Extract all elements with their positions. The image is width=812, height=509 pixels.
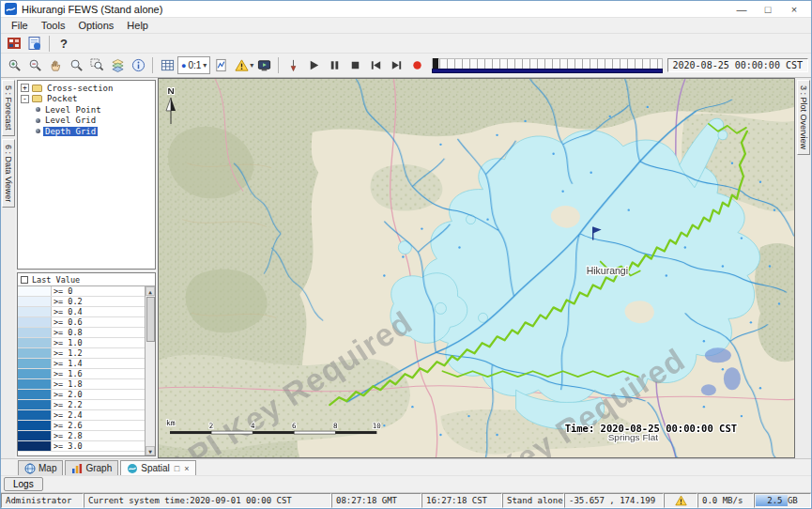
status-bar: Administrator Current system time:2020-0…	[1, 492, 811, 508]
pause-button[interactable]	[324, 56, 345, 75]
menu-options[interactable]: Options	[71, 20, 120, 31]
database-red-button[interactable]	[4, 34, 24, 53]
play-button[interactable]	[303, 56, 324, 75]
logs-row: Logs	[1, 475, 811, 492]
step-back-button[interactable]	[365, 56, 386, 75]
tree-item-pocket[interactable]: -Pocket	[19, 94, 154, 105]
tab-graph[interactable]: Graph	[65, 460, 118, 475]
svg-text:4: 4	[251, 422, 255, 430]
node-dot-icon	[36, 129, 40, 133]
tab-map[interactable]: Map	[18, 460, 63, 475]
toolbar-separator	[278, 57, 279, 73]
scale-combo[interactable]: ● 0:1 ▾	[177, 56, 210, 74]
document-blue-button[interactable]	[24, 34, 45, 53]
legend-swatch	[18, 441, 52, 451]
grid-button[interactable]	[157, 56, 177, 75]
bar-chart-icon	[71, 463, 83, 474]
toolbar-separator	[152, 57, 153, 73]
stop-button[interactable]	[345, 56, 365, 75]
step-forward-button[interactable]	[386, 56, 406, 75]
legend-swatch	[18, 390, 52, 399]
zoom-previous-button[interactable]	[66, 56, 86, 75]
expand-icon[interactable]: +	[21, 84, 29, 92]
legend-label: >= 0.4	[52, 307, 84, 316]
layers-button[interactable]	[107, 56, 128, 75]
tab-forecast[interactable]: 5 : Forecast	[2, 80, 15, 136]
menu-file[interactable]: File	[5, 20, 35, 31]
zoom-region-button[interactable]	[86, 56, 107, 75]
map-time-label: Time: 2020-08-25 00:00:00 CST	[565, 423, 737, 434]
maximize-button[interactable]: □	[755, 4, 781, 15]
logs-button[interactable]: Logs	[4, 477, 43, 491]
tab-spatial[interactable]: Spatial □ ×	[120, 460, 195, 475]
legend-swatch	[18, 431, 52, 440]
minimize-button[interactable]: —	[728, 4, 755, 15]
menu-tools[interactable]: Tools	[35, 20, 72, 31]
status-local-time: 16:27:18 CST	[421, 493, 502, 508]
legend-row: >= 0	[18, 286, 145, 297]
profile-chart-button[interactable]	[210, 56, 231, 75]
collapse-icon[interactable]: -	[21, 95, 29, 103]
window-controls: — □ ×	[728, 4, 807, 15]
scale-combo-value: 0:1	[188, 60, 201, 70]
status-memory-gauge: 2.5 GB	[754, 493, 811, 508]
tree-item-level-grid[interactable]: Level Grid	[19, 116, 154, 127]
legend-row: >= 1.4	[18, 359, 145, 369]
undock-icon[interactable]: □	[175, 464, 179, 473]
timeline-position-marker[interactable]	[433, 58, 438, 69]
current-time-display: 2020-08-25 00:00:00 CST	[667, 58, 808, 72]
warning-threshold-button[interactable]	[231, 56, 252, 75]
right-tab-strip: 3 : Plot Overview	[795, 78, 811, 458]
info-button[interactable]	[128, 56, 148, 75]
tab-close-icon[interactable]: ×	[184, 464, 189, 473]
tab-plot-overview[interactable]: 3 : Plot Overview	[797, 80, 810, 155]
map-svg[interactable]: API Key Required API Key Required Hikura…	[159, 79, 794, 457]
legend-label: >= 2.2	[52, 400, 84, 409]
close-button[interactable]: ×	[781, 4, 807, 15]
legend-scrollbar[interactable]: ▲ ▼	[145, 286, 155, 455]
menu-help[interactable]: Help	[120, 20, 155, 31]
map-canvas[interactable]: API Key Required API Key Required Hikura…	[158, 78, 795, 458]
scroll-up-icon[interactable]: ▲	[146, 286, 155, 296]
timeline-slider[interactable]	[432, 58, 662, 73]
tab-spatial-label: Spatial	[141, 463, 170, 473]
status-warning-cell[interactable]	[664, 493, 697, 508]
tree-item-label: Cross-section	[45, 84, 115, 93]
last-value-checkbox[interactable]	[21, 276, 28, 284]
tree-item-cross-section[interactable]: +Cross-section	[19, 83, 154, 94]
legend-label: >= 1.6	[52, 369, 84, 378]
legend-swatch	[18, 421, 52, 430]
pan-hand-button[interactable]	[45, 56, 66, 75]
toolbar-separator	[49, 36, 50, 52]
legend-swatch	[18, 359, 52, 368]
bottom-tab-bar: Map Graph Spatial □ ×	[1, 458, 811, 475]
app-window: Hikurangi FEWS (Stand alone) — □ × File …	[0, 0, 812, 509]
tab-data-viewer[interactable]: 6 : Data Viewer	[2, 139, 15, 208]
zoom-in-button[interactable]	[4, 56, 24, 75]
help-button[interactable]: ?	[54, 34, 74, 53]
legend-swatch	[18, 317, 52, 327]
time-marker-button[interactable]	[283, 56, 303, 75]
animation-display-button[interactable]	[253, 56, 274, 75]
tree-item-depth-grid[interactable]: Depth Grid	[19, 126, 154, 137]
main-area: 5 : Forecast 6 : Data Viewer +Cross-sect…	[1, 78, 811, 458]
scroll-thumb[interactable]	[146, 297, 155, 342]
legend-row: >= 2.2	[18, 400, 145, 410]
tree-item-level-point[interactable]: Level Point	[19, 104, 154, 116]
legend-label: >= 2.4	[52, 410, 84, 420]
legend-swatch	[18, 338, 52, 347]
node-dot-icon	[36, 107, 40, 112]
legend-label: >= 1.2	[52, 348, 84, 358]
zoom-out-button[interactable]	[24, 56, 45, 75]
tab-map-label: Map	[38, 463, 56, 473]
place-label-hikurangi: Hikurangi	[587, 267, 628, 277]
legend-swatch	[18, 369, 52, 378]
scroll-down-icon[interactable]: ▼	[146, 446, 155, 455]
tree-item-label: Level Grid	[43, 116, 98, 125]
legend-row: >= 2.4	[18, 410, 145, 421]
title-bar: Hikurangi FEWS (Stand alone) — □ ×	[1, 1, 811, 18]
legend-row: >= 1.2	[18, 348, 145, 359]
legend-row: >= 0.8	[18, 328, 145, 338]
node-dot-icon	[36, 118, 40, 123]
record-button[interactable]	[406, 56, 427, 75]
